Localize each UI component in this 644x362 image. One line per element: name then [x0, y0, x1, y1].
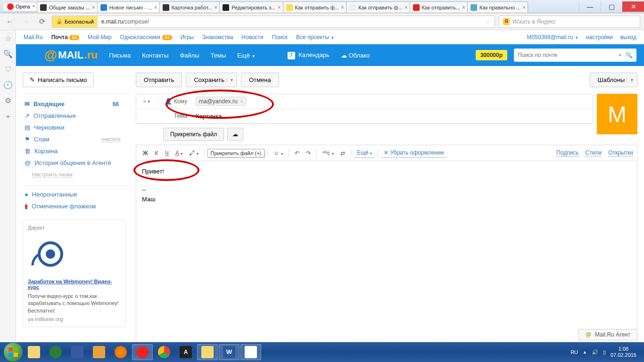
window-close-button[interactable]: ✕ — [622, 1, 644, 12]
task-mpc[interactable] — [89, 344, 109, 360]
close-icon[interactable]: × — [341, 4, 344, 11]
browser-tab[interactable]: Карточка работ...× — [159, 1, 220, 13]
close-icon[interactable]: × — [92, 4, 95, 11]
folder-agent-history[interactable]: @История общения в Агенте — [23, 157, 132, 169]
bg-color-button[interactable]: 🖍 ▾ — [186, 148, 201, 158]
task-firefox[interactable] — [110, 344, 131, 360]
topnav-link[interactable]: Мой Мир — [88, 34, 111, 41]
window-maximize-button[interactable]: ▢ — [601, 1, 622, 12]
settings-link[interactable]: настройки — [586, 34, 613, 41]
task-app-a[interactable]: A — [175, 344, 196, 360]
task-word[interactable]: W — [219, 344, 239, 360]
topnav-link[interactable]: Знакомства — [202, 34, 233, 41]
header-link-more[interactable]: Ещё ▼ — [237, 52, 255, 59]
browser-tab[interactable]: Как правильно ...× — [467, 1, 528, 13]
spellcheck-button[interactable]: ᴬᴮᴄ ▾ — [320, 148, 337, 158]
topnav-link[interactable]: Новости — [241, 34, 263, 41]
url-field[interactable]: 🔒 Безопасный e.mail.ru/compose/ ☆ — [52, 16, 495, 28]
underline-button[interactable]: Ч — [162, 148, 172, 158]
save-button[interactable]: Сохранить▼ — [186, 73, 237, 87]
battery-icon[interactable]: ▯ — [603, 349, 606, 355]
italic-button[interactable]: К — [152, 148, 161, 158]
tray-lang[interactable]: RU — [570, 349, 578, 355]
task-chrome[interactable] — [154, 344, 174, 360]
topnav-link[interactable]: Игры — [181, 34, 194, 41]
logout-link[interactable]: выход — [620, 34, 636, 41]
compose-button[interactable]: ✎ Написать письмо — [23, 73, 94, 87]
header-link-contacts[interactable]: Контакты — [142, 52, 168, 59]
fields-menu-button[interactable]: ≡ ▾ — [136, 95, 158, 108]
yandex-search-field[interactable]: Я Искать в Яндекс — [499, 16, 640, 28]
tray-up-icon[interactable]: ▲ — [583, 350, 587, 354]
bookmark-icon[interactable]: ☆ — [482, 18, 495, 25]
close-icon[interactable]: × — [462, 4, 465, 11]
tray-clock[interactable]: 1:08 07.02.2015 — [611, 346, 636, 358]
start-button[interactable] — [4, 343, 23, 362]
remove-icon[interactable]: × — [240, 99, 243, 104]
translate-button[interactable]: ⇄ — [338, 148, 348, 158]
to-field[interactable]: ma@yandex.ru× — [192, 94, 593, 108]
templates-button[interactable]: Шаблоны▼ — [590, 73, 637, 87]
account-email[interactable]: M050388@mail.ru ▼ — [527, 34, 578, 41]
close-icon[interactable]: × — [522, 4, 526, 11]
back-button[interactable]: ← — [4, 16, 16, 28]
folder-sent[interactable]: ↗Отправленные — [23, 110, 132, 122]
remove-format-button[interactable]: ✕ Убрать оформление — [381, 148, 447, 158]
forward-button[interactable]: → — [20, 16, 32, 28]
header-link-cloud[interactable]: ☁ Облако — [341, 52, 370, 59]
emoji-button[interactable]: ☺ ▾ — [271, 148, 286, 158]
recipient-chip[interactable]: ma@yandex.ru× — [196, 97, 247, 106]
folder-flagged[interactable]: ▮Отмеченные флажком — [23, 200, 132, 212]
browser-tab[interactable]: Общие заказы ...× — [37, 1, 98, 13]
attach-file-button[interactable]: Прикрепить файл — [163, 128, 224, 141]
window-minimize-button[interactable]: — — [579, 1, 601, 12]
font-color-button[interactable]: А ▾ — [173, 148, 185, 158]
search-icon[interactable]: 🔍 — [3, 49, 13, 58]
browser-tab[interactable]: Новое письмо - ...× — [97, 1, 160, 13]
close-icon[interactable]: × — [405, 4, 408, 11]
star-icon[interactable]: ☆ — [5, 34, 11, 43]
undo-button[interactable]: ↶ — [292, 148, 302, 158]
volume-icon[interactable]: 🔊 — [592, 349, 598, 355]
clear-spam-link[interactable]: очистить — [101, 137, 121, 142]
history-icon[interactable]: 🕘 — [3, 81, 13, 90]
mailru-logo[interactable]: @MAIL.ru — [44, 48, 98, 63]
header-link-themes[interactable]: Темы — [211, 52, 226, 59]
ad-link[interactable]: Заработок на Webmoney! Видео-курс — [28, 279, 120, 290]
task-folder[interactable] — [197, 344, 218, 360]
topnav-link[interactable]: Mail.Ru — [24, 34, 43, 41]
close-icon[interactable]: × — [154, 4, 157, 11]
folder-unread[interactable]: ●Непрочитанные — [23, 189, 132, 200]
opera-menu-button[interactable]: Opera ▼ — [3, 2, 40, 11]
header-link-letters[interactable]: Письма — [109, 52, 131, 59]
cancel-button[interactable]: Отмена — [241, 73, 279, 87]
promo-button[interactable]: 300000р — [476, 50, 507, 60]
more-button[interactable]: Ещё ▾ — [354, 148, 375, 158]
task-opera[interactable] — [132, 344, 153, 360]
attach-from-cloud-button[interactable]: ☁ — [227, 128, 243, 141]
mail-search[interactable]: ▼ 🔍 — [514, 49, 636, 62]
topnav-link[interactable]: Все проекты ▼ — [296, 34, 334, 41]
gear-icon[interactable]: ⚙ — [5, 96, 11, 105]
search-icon[interactable]: 🔍 — [626, 52, 633, 58]
task-paint[interactable] — [240, 344, 261, 360]
header-link-calendar[interactable]: 7 Календарь — [288, 51, 330, 59]
browser-tab[interactable]: Как отправить ф...× — [346, 1, 410, 13]
browser-tab[interactable]: Как отправить ф...× — [283, 1, 347, 13]
close-icon[interactable]: × — [278, 4, 281, 11]
folder-spam[interactable]: ⚑Спамочистить — [23, 133, 132, 145]
task-utorrent[interactable] — [45, 344, 66, 360]
header-link-files[interactable]: Файлы — [180, 52, 199, 59]
topnav-link[interactable]: Поиск — [272, 34, 288, 41]
browser-tab[interactable]: Как отправить...× — [410, 1, 468, 13]
task-totalcmd[interactable] — [67, 344, 88, 360]
topnav-link[interactable]: Одноклассники — [120, 34, 161, 41]
mail-agent-bar[interactable]: @ Mail.Ru Агент — [578, 329, 637, 340]
folder-trash[interactable]: 🗑Корзина — [23, 145, 132, 157]
bold-button[interactable]: Ж — [140, 148, 151, 158]
subject-input[interactable] — [196, 112, 589, 121]
heart-icon[interactable]: ♡ — [5, 65, 11, 74]
signature-link[interactable]: Подпись — [556, 149, 579, 156]
editor-body[interactable]: Привет! -- Маш — [136, 161, 637, 342]
redo-button[interactable]: ↷ — [303, 148, 314, 158]
